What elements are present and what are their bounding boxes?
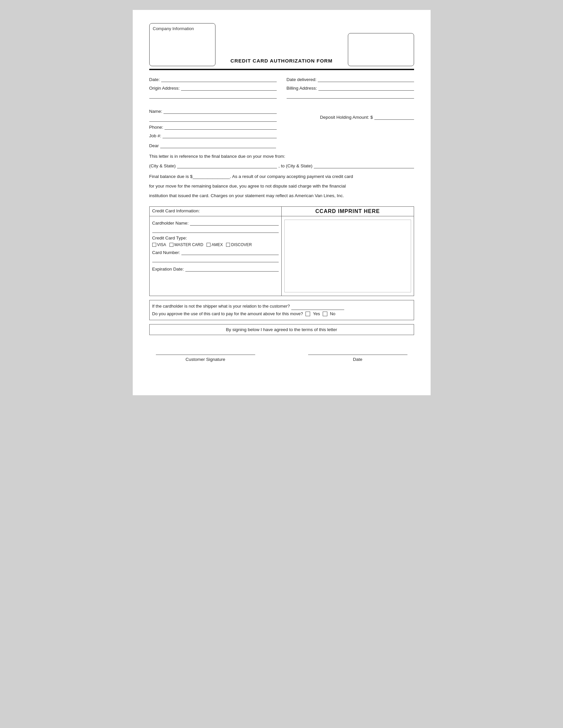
- card-number-line: Card Number:: [152, 249, 279, 255]
- relation-section: If the cardholder is not the shipper wha…: [149, 300, 414, 320]
- cardholder-name-line: Cardholder Name:: [152, 220, 279, 226]
- date-label: Date:: [149, 77, 160, 82]
- cc-left: Cardholder Name: Credit Card Type: VISA: [150, 216, 282, 296]
- no-checkbox[interactable]: [323, 312, 327, 316]
- phone-label: Phone:: [149, 125, 163, 130]
- signing-section: By signing below I have agreed to the te…: [149, 324, 414, 335]
- approval-line: Do you approve the use of this card to p…: [152, 310, 411, 318]
- date-underline[interactable]: [161, 76, 277, 82]
- to-city-state-label: , to (City & State): [278, 163, 313, 168]
- cardholder-name-label: Cardholder Name:: [152, 221, 189, 226]
- expiration-label: Expiration Date:: [152, 267, 184, 272]
- visa-checkbox-item: VISA: [152, 242, 166, 247]
- name-underline2[interactable]: [149, 116, 277, 122]
- customer-signature-line[interactable]: [156, 345, 255, 355]
- date-signature-line[interactable]: [308, 345, 408, 355]
- name-deposit-row: Name: Deposit Holding Amount: $: [149, 101, 414, 122]
- date-delivered-field-group: Date delivered:: [287, 76, 414, 83]
- form-title: CREDIT CARD AUTHORIZATION FORM: [215, 58, 348, 64]
- date-field-group: Date:: [149, 76, 277, 83]
- name-line: Name:: [149, 108, 277, 114]
- visa-checkbox[interactable]: [152, 243, 156, 247]
- customer-signature-label: Customer Signature: [156, 357, 255, 362]
- card-type-checkboxes: VISA MASTER CARD AMEX DISCOVER: [152, 242, 279, 247]
- deposit-row: Deposit Holding Amount: $: [287, 114, 414, 120]
- cc-body: Cardholder Name: Credit Card Type: VISA: [150, 216, 414, 296]
- header-center: CREDIT CARD AUTHORIZATION FORM: [215, 58, 348, 66]
- date-delivered-underline[interactable]: [318, 76, 414, 82]
- amex-label: AMEX: [211, 242, 223, 247]
- dear-row: Dear: [149, 142, 414, 148]
- paragraph-line1: This letter is in reference to the final…: [149, 153, 414, 160]
- paragraph-line3: for your move for the remaining balance …: [149, 183, 414, 190]
- approval-text: Do you approve the use of this card to p…: [152, 310, 303, 318]
- billing-line: Billing Address:: [287, 85, 414, 91]
- date-line: Date:: [149, 76, 277, 82]
- city-state-row: (City & State) , to (City & State): [149, 162, 414, 168]
- date-delivered-line: Date delivered:: [287, 76, 414, 82]
- job-line: Job #:: [149, 132, 277, 138]
- date-signature-label: Date: [308, 357, 408, 362]
- yes-checkbox[interactable]: [306, 312, 310, 316]
- origin-line: Origin Address:: [149, 85, 277, 91]
- origin-address-underline2[interactable]: [149, 93, 277, 99]
- job-row: Job #:: [149, 132, 414, 139]
- card-number-label: Card Number:: [152, 250, 180, 255]
- paragraph-line4: institution that issued the card. Charge…: [149, 192, 414, 200]
- form-body: Date: Date delivered: Origin Address:: [149, 76, 414, 362]
- page: Company Information CREDIT CARD AUTHORIZ…: [133, 10, 431, 395]
- origin-address-label: Origin Address:: [149, 86, 180, 91]
- job-field-group: Job #:: [149, 132, 277, 139]
- phone-underline[interactable]: [164, 124, 276, 130]
- date-row: Date: Date delivered:: [149, 76, 414, 83]
- card-number-underline[interactable]: [181, 249, 279, 255]
- dear-underline[interactable]: [160, 142, 276, 148]
- mastercard-checkbox[interactable]: [169, 243, 173, 247]
- deposit-underline[interactable]: [374, 114, 414, 120]
- name-underline[interactable]: [163, 108, 276, 114]
- name-field-group: Name:: [149, 108, 277, 122]
- cc-header-left: Credit Card Information:: [150, 207, 282, 216]
- discover-checkbox-item: DISCOVER: [226, 242, 252, 247]
- yes-label: Yes: [313, 310, 320, 318]
- card-number-underline2[interactable]: [152, 256, 279, 262]
- cardholder-name-underline2[interactable]: [152, 227, 279, 233]
- deposit-label: Deposit Holding Amount: $: [320, 115, 373, 120]
- relation-line: If the cardholder is not the shipper wha…: [152, 302, 411, 310]
- job-underline[interactable]: [162, 132, 276, 138]
- cardholder-name-underline[interactable]: [190, 220, 279, 226]
- company-info-label: Company Information: [153, 26, 194, 31]
- signing-text: By signing below I have agreed to the te…: [226, 327, 337, 332]
- city-state-underline[interactable]: [177, 162, 277, 168]
- origin-field-group: Origin Address:: [149, 85, 277, 99]
- dear-label: Dear: [149, 143, 159, 148]
- name-label: Name:: [149, 109, 162, 114]
- mastercard-label: MASTER CARD: [174, 242, 203, 247]
- origin-address-underline[interactable]: [181, 85, 277, 91]
- cc-header-right: CCARD IMPRINT HERE: [282, 207, 414, 216]
- phone-field-group: Phone:: [149, 124, 277, 130]
- relation-underline[interactable]: [291, 304, 344, 310]
- discover-checkbox[interactable]: [226, 243, 230, 247]
- amex-checkbox-item: AMEX: [206, 242, 223, 247]
- expiration-underline[interactable]: [185, 266, 279, 272]
- paragraph-line2: Final balance due is $_______________. A…: [149, 173, 414, 181]
- billing-address-underline[interactable]: [319, 85, 414, 91]
- deposit-field-group: Deposit Holding Amount: $: [287, 101, 414, 122]
- relation-line1-text: If the cardholder is not the shipper wha…: [152, 302, 290, 310]
- cc-header: Credit Card Information: CCARD IMPRINT H…: [150, 207, 414, 216]
- address-row: Origin Address: Billing Address:: [149, 85, 414, 99]
- billing-field-group: Billing Address:: [287, 85, 414, 99]
- job-label: Job #:: [149, 133, 161, 138]
- to-city-state-underline[interactable]: [314, 162, 414, 168]
- card-type-label: Credit Card Type:: [152, 236, 279, 240]
- customer-signature-col: Customer Signature: [156, 345, 255, 362]
- billing-address-label: Billing Address:: [287, 86, 317, 91]
- expiration-line: Expiration Date:: [152, 266, 279, 272]
- billing-address-underline2[interactable]: [287, 93, 414, 99]
- date-delivered-label: Date delivered:: [287, 77, 317, 82]
- amex-checkbox[interactable]: [206, 243, 210, 247]
- city-state-label: (City & State): [149, 163, 176, 168]
- header-area: Company Information CREDIT CARD AUTHORIZ…: [149, 23, 414, 66]
- logo-box: [348, 33, 414, 66]
